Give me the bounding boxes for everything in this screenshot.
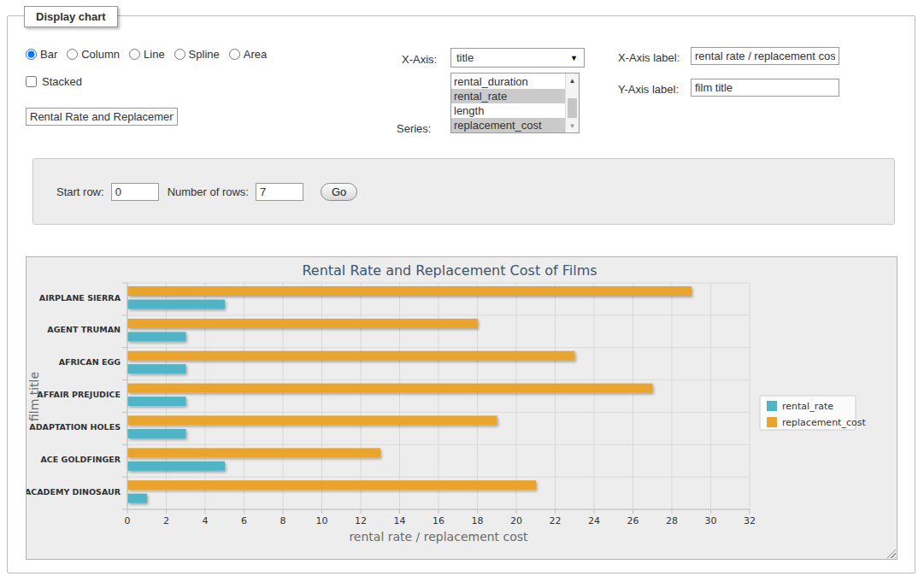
category-label: ADAPTATION HOLES — [29, 422, 121, 432]
x-tick-label: 28 — [666, 515, 678, 526]
stacked-row: Stacked — [26, 75, 82, 88]
y-axis-label-caption: Y-Axis label: — [618, 83, 679, 96]
x-axis-label-input[interactable] — [691, 47, 839, 65]
x-tick-label: 2 — [163, 515, 169, 526]
legend-item-rental_rate[interactable]: rental_rate — [767, 401, 833, 412]
row-controls-panel: Start row: Number of rows: Go — [32, 158, 895, 225]
x-tick-label: 20 — [510, 515, 522, 526]
x-tick-label: 16 — [433, 515, 444, 526]
x-tick-label: 26 — [627, 515, 639, 526]
x-tick-label: 10 — [316, 515, 328, 526]
display-chart-page: Display chart BarColumnLineSplineArea St… — [0, 0, 924, 582]
chart-type-radio-label: Column — [81, 48, 120, 61]
x-tick-label: 6 — [241, 515, 247, 526]
x-tick-label: 14 — [394, 515, 406, 526]
category-label: ACADEMY DINOSAUR — [26, 487, 121, 497]
chart-type-radio-line[interactable] — [129, 49, 140, 60]
chart-type-option-area[interactable]: Area — [229, 48, 267, 61]
category-label: AFFAIR PREJUDICE — [37, 390, 121, 399]
scrollbar-thumb[interactable] — [568, 98, 577, 118]
bar-chart: 02468101214161820222426283032AIRPLANE SI… — [26, 257, 897, 559]
y-axis-title: film title — [27, 372, 41, 421]
series-option-replacement_cost[interactable]: replacement_cost — [451, 118, 565, 132]
chart-type-option-column[interactable]: Column — [67, 48, 120, 61]
chart-title-input[interactable] — [26, 108, 178, 126]
chart-type-radio-label: Bar — [40, 48, 57, 61]
legend-swatch — [767, 401, 777, 411]
series-select-label: Series: — [397, 122, 431, 135]
x-tick-label: 12 — [355, 515, 367, 526]
series-scrollbar[interactable] — [565, 73, 579, 132]
bar-replacement_cost[interactable] — [128, 351, 575, 361]
x-axis-label-caption: X-Axis label: — [618, 51, 680, 64]
y-axis-label-input[interactable] — [691, 79, 839, 97]
chart-type-option-bar[interactable]: Bar — [26, 48, 57, 61]
category-label: ACE GOLDFINGER — [40, 455, 121, 464]
legend-swatch — [767, 417, 777, 427]
x-tick-label: 22 — [550, 515, 562, 526]
bar-rental_rate[interactable] — [128, 300, 226, 309]
x-tick-label: 32 — [744, 515, 756, 526]
series-option-rental_rate[interactable]: rental_rate — [451, 89, 565, 103]
chart-type-radio-group: BarColumnLineSplineArea — [26, 48, 267, 61]
x-tick-label: 0 — [125, 515, 131, 526]
x-axis-selected-value: title — [456, 51, 474, 64]
chart-type-radio-label: Line — [144, 48, 165, 61]
series-option-rental_duration[interactable]: rental_duration — [451, 74, 565, 89]
bar-rental_rate[interactable] — [128, 332, 186, 341]
start-row-label: Start row: — [56, 185, 104, 198]
bar-rental_rate[interactable] — [128, 364, 186, 373]
scroll-up-icon[interactable] — [566, 74, 579, 86]
chart-type-radio-column[interactable] — [67, 49, 78, 60]
bar-rental_rate[interactable] — [128, 494, 148, 503]
x-axis-title: rental rate / replacement cost — [349, 530, 528, 544]
category-label: AGENT TRUMAN — [47, 325, 121, 334]
chart-type-option-line[interactable]: Line — [129, 48, 165, 61]
chart-type-radio-bar[interactable] — [26, 49, 37, 60]
legend-item-replacement_cost[interactable]: replacement_cost — [767, 417, 866, 428]
scroll-down-icon[interactable] — [566, 120, 579, 132]
bar-rental_rate[interactable] — [128, 461, 226, 471]
x-tick-label: 24 — [588, 515, 600, 526]
legend-label: rental_rate — [782, 401, 833, 412]
bar-rental_rate[interactable] — [128, 429, 186, 438]
bar-replacement_cost[interactable] — [128, 319, 478, 328]
x-tick-label: 18 — [472, 515, 484, 526]
bar-replacement_cost[interactable] — [128, 415, 497, 425]
go-button[interactable]: Go — [321, 183, 357, 201]
chart-panel: 02468101214161820222426283032AIRPLANE SI… — [26, 256, 898, 560]
category-label: AIRPLANE SIERRA — [39, 293, 121, 303]
stacked-label: Stacked — [42, 75, 82, 88]
chart-type-radio-area[interactable] — [229, 49, 240, 60]
series-options: rental_durationrental_ratelengthreplacem… — [451, 74, 565, 132]
category-label: AFRICAN EGG — [59, 357, 121, 367]
chart-type-radio-label: Area — [244, 48, 267, 61]
num-rows-label: Number of rows: — [168, 185, 249, 198]
x-tick-label: 30 — [705, 515, 717, 526]
chart-type-option-spline[interactable]: Spline — [174, 48, 220, 61]
bar-rental_rate[interactable] — [128, 397, 186, 406]
x-tick-label: 4 — [203, 515, 209, 526]
num-rows-input[interactable] — [256, 183, 303, 201]
legend-label: replacement_cost — [782, 417, 866, 428]
chart-type-radio-spline[interactable] — [174, 49, 185, 60]
stacked-checkbox[interactable] — [26, 76, 37, 87]
x-tick-label: 8 — [280, 515, 286, 526]
chart-title: Rental Rate and Replacement Cost of Film… — [302, 262, 597, 279]
series-multiselect[interactable]: rental_durationrental_ratelengthreplacem… — [450, 73, 580, 133]
bar-replacement_cost[interactable] — [128, 448, 381, 457]
bar-replacement_cost[interactable] — [128, 384, 653, 393]
bar-replacement_cost[interactable] — [128, 286, 692, 296]
fieldset-legend: Display chart — [24, 6, 118, 27]
start-row-input[interactable] — [111, 183, 159, 201]
series-option-length[interactable]: length — [451, 103, 565, 118]
x-axis-select-label: X-Axis: — [402, 53, 437, 66]
chart-type-radio-label: Spline — [189, 48, 220, 61]
bar-replacement_cost[interactable] — [128, 480, 537, 490]
x-axis-select[interactable]: title — [450, 48, 585, 68]
